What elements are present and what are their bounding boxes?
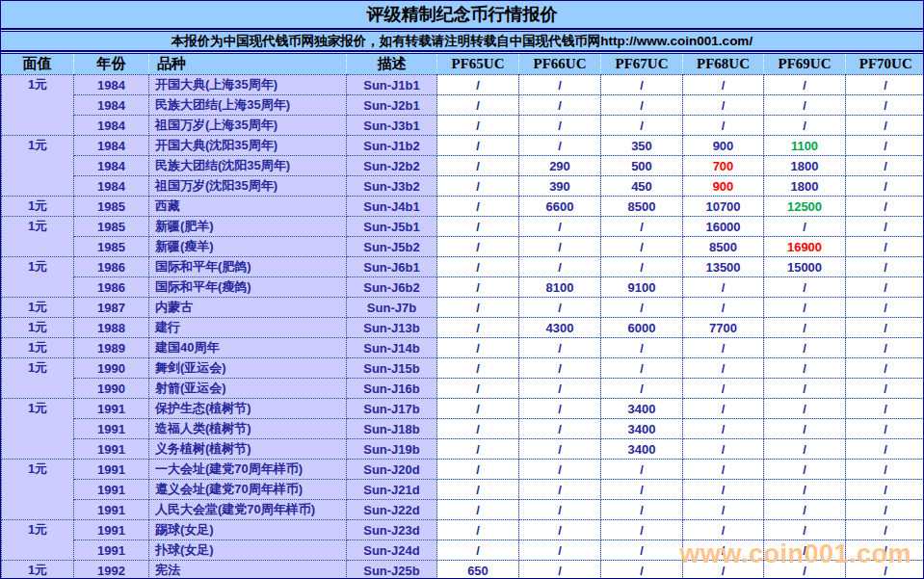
description-cell: Sun-J6b1 (347, 257, 437, 277)
year-cell: 1991 (74, 439, 149, 460)
face-value-cell: 1元 (2, 298, 74, 318)
price-cell: / (437, 95, 519, 116)
price-cell: 6600 (519, 197, 601, 217)
column-header-face-value: 面值 (2, 54, 74, 75)
price-cell: / (519, 257, 601, 277)
table-row: 1元1991保护生态(植树节)Sun-J17b//3400/// (2, 399, 924, 419)
year-cell: 1984 (74, 75, 149, 95)
price-cell: / (764, 358, 846, 379)
description-cell: Sun-J5b1 (347, 217, 437, 237)
price-cell: / (764, 480, 846, 500)
price-cell: 8100 (519, 277, 601, 298)
price-cell: / (437, 318, 519, 338)
price-cell: 10700 (683, 197, 764, 217)
price-cell: / (846, 520, 924, 540)
price-cell: / (683, 500, 764, 520)
price-cell: 3400 (601, 419, 683, 439)
price-cell: 4300 (519, 318, 601, 338)
year-cell: 1985 (74, 217, 149, 237)
year-cell: 1986 (74, 257, 149, 277)
price-cell: / (437, 338, 519, 358)
price-cell: / (519, 419, 601, 439)
price-cell: / (437, 237, 519, 257)
price-cell: / (519, 460, 601, 480)
price-cell: / (683, 399, 764, 419)
table-row: 1986国际和平年(瘦鸽)Sun-J6b2/81009100/// (2, 277, 924, 298)
table-row: 1984祖国万岁(上海35周年)Sun-J3b1////// (2, 116, 924, 136)
table-row: 1元1989建国40周年Sun-J14b////// (2, 338, 924, 358)
year-cell: 1990 (74, 379, 149, 399)
price-cell: / (601, 217, 683, 237)
price-cell: 12500 (764, 197, 846, 217)
column-header-pf65uc: PF65UC (437, 54, 519, 75)
variety-cell: 祖国万岁(上海35周年) (149, 116, 347, 136)
price-cell: / (437, 75, 519, 95)
price-cell: / (437, 520, 519, 540)
year-cell: 1990 (74, 358, 149, 379)
price-cell: / (519, 358, 601, 379)
description-cell: Sun-J23d (347, 520, 437, 540)
description-cell: Sun-J24d (347, 540, 437, 561)
price-cell: / (846, 500, 924, 520)
price-cell: / (846, 136, 924, 156)
price-cell: / (846, 237, 924, 257)
table-row: 1984民族大团结(上海35周年)Sun-J2b1////// (2, 95, 924, 116)
price-cell: / (601, 257, 683, 277)
price-cell: / (764, 277, 846, 298)
price-cell: / (519, 237, 601, 257)
description-cell: Sun-J7b (347, 298, 437, 318)
price-cell: 6000 (601, 318, 683, 338)
price-cell: 16900 (764, 237, 846, 257)
price-cell: 450 (601, 176, 683, 197)
year-cell: 1991 (74, 480, 149, 500)
price-cell: / (846, 540, 924, 561)
price-cell: 650 (437, 561, 519, 579)
variety-cell: 开国大典(上海35周年) (149, 75, 347, 95)
column-header-year: 年份 (74, 54, 149, 75)
table-row: 1元1991踢球(女足)Sun-J23d////// (2, 520, 924, 540)
year-cell: 1991 (74, 540, 149, 561)
description-cell: Sun-J21d (347, 480, 437, 500)
price-cell: / (846, 318, 924, 338)
price-cell: / (601, 95, 683, 116)
column-header-description: 描述 (347, 54, 437, 75)
variety-cell: 建国40周年 (149, 338, 347, 358)
year-cell: 1991 (74, 460, 149, 480)
price-cell: / (437, 197, 519, 217)
price-cell: / (519, 500, 601, 520)
table-row: 1991人民大会堂(建党70周年样币)Sun-J22d////// (2, 500, 924, 520)
price-cell: / (764, 379, 846, 399)
price-cell: 500 (601, 156, 683, 176)
variety-cell: 宪法 (149, 561, 347, 579)
price-cell: 1100 (764, 136, 846, 156)
price-cell: / (683, 75, 764, 95)
price-cell: / (764, 561, 846, 579)
price-cell: / (764, 298, 846, 318)
variety-cell: 扑球(女足) (149, 540, 347, 561)
table-row: 1991造福人类(植树节)Sun-J18b//3400/// (2, 419, 924, 439)
price-cell: / (764, 217, 846, 237)
variety-cell: 内蒙古 (149, 298, 347, 318)
variety-cell: 国际和平年(肥鸽) (149, 257, 347, 277)
price-cell: / (519, 520, 601, 540)
header-row: 面值年份品种描述PF65UCPF66UCPF67UCPF68UCPF69UCPF… (2, 54, 924, 75)
price-cell: / (519, 136, 601, 156)
description-cell: Sun-J17b (347, 399, 437, 419)
price-cell: / (519, 75, 601, 95)
variety-cell: 新疆(肥羊) (149, 217, 347, 237)
variety-cell: 射箭(亚运会) (149, 379, 347, 399)
table-row: 1991遵义会址(建党70周年样币)Sun-J21d////// (2, 480, 924, 500)
table-row: 1元1985西藏Sun-J4b1/660085001070012500/ (2, 197, 924, 217)
table-row: 1元1991一大会址(建党70周年样币)Sun-J20d////// (2, 460, 924, 480)
price-cell: 9100 (601, 277, 683, 298)
price-cell: / (683, 277, 764, 298)
column-header-pf69uc: PF69UC (764, 54, 846, 75)
price-cell: / (437, 277, 519, 298)
price-cell: / (683, 419, 764, 439)
price-table: 面值年份品种描述PF65UCPF66UCPF67UCPF68UCPF69UCPF… (1, 54, 924, 579)
price-cell: / (764, 116, 846, 136)
variety-cell: 造福人类(植树节) (149, 419, 347, 439)
price-cell: 700 (683, 156, 764, 176)
table-row: 1991义务植树(植树节)Sun-J19b//3400/// (2, 439, 924, 460)
price-cell: / (519, 217, 601, 237)
